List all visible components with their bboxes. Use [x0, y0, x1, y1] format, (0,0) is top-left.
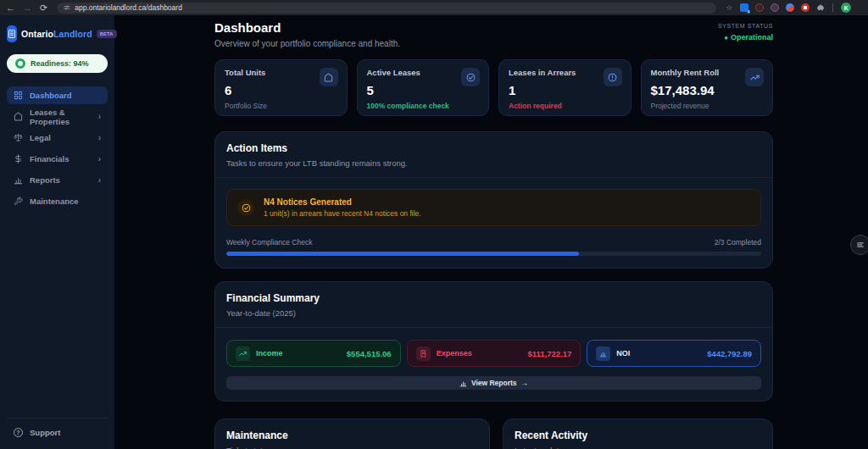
- extension-icon[interactable]: [755, 3, 764, 12]
- sidebar-item-label: Maintenance: [30, 197, 79, 206]
- income-metric: Income $554,515.06: [226, 340, 401, 367]
- receipt-icon: [416, 346, 431, 361]
- bookmark-icon[interactable]: ☆: [726, 3, 732, 12]
- metric-value: $111,722.17: [528, 349, 572, 358]
- stat-card-total-units: Total Units 6 Portfolio Size: [214, 59, 348, 116]
- bar-chart-icon: [596, 346, 610, 361]
- metric-value: $442,792.89: [707, 349, 752, 358]
- stat-sub: Projected revenue: [651, 102, 764, 110]
- readiness-ring-icon: [15, 58, 25, 69]
- chevron-right-icon: ›: [98, 154, 101, 164]
- financial-summary-card: Financial Summary Year-to-date (2025) In…: [214, 281, 773, 402]
- readiness-label: Readiness: 94%: [31, 59, 89, 68]
- grid-icon: [14, 91, 23, 100]
- progress-fill: [226, 252, 579, 256]
- alert-title: N4 Notices Generated: [264, 197, 421, 207]
- system-status: SYSTEM STATUS ●Operational: [718, 20, 773, 42]
- browser-toolbar: ← → ⟳ app.ontariolandlord.ca/dashboard ☆…: [0, 0, 868, 15]
- readiness-badge[interactable]: Readiness: 94%: [7, 54, 108, 73]
- chevron-right-icon: ›: [98, 112, 101, 121]
- expenses-metric: Expenses $111,722.17: [407, 340, 581, 367]
- system-status-label: SYSTEM STATUS: [718, 23, 773, 29]
- dollar-icon: [14, 154, 23, 164]
- feedback-widget-button[interactable]: [850, 235, 868, 255]
- recent-activity-card: Recent Activity Latest updates N13 Notic…: [503, 419, 773, 449]
- stat-sub: Portfolio Size: [225, 102, 337, 110]
- extensions-row: 3: [740, 3, 825, 12]
- home-icon: [320, 68, 338, 86]
- extension-icon[interactable]: [801, 3, 810, 12]
- status-dot-icon: ●: [724, 34, 728, 42]
- maintenance-title: Maintenance: [226, 430, 478, 441]
- stat-sub: 100% compliance check: [367, 102, 480, 110]
- recent-activity-title: Recent Activity: [515, 430, 761, 441]
- back-icon[interactable]: ←: [6, 0, 15, 15]
- maintenance-card: Maintenance Ticket status 0 1 1: [214, 419, 490, 449]
- trending-up-icon: [236, 346, 250, 361]
- recent-activity-subtitle: Latest updates: [515, 446, 761, 449]
- forward-icon[interactable]: →: [23, 0, 32, 15]
- extensions-puzzle-icon[interactable]: [816, 3, 825, 12]
- progress-status: 2/3 Completed: [715, 238, 761, 247]
- extension-icon[interactable]: [786, 3, 794, 12]
- screen: ← → ⟳ app.ontariolandlord.ca/dashboard ☆…: [0, 0, 868, 449]
- noi-metric: NOI $442,792.89: [587, 340, 761, 367]
- sidebar-item-legal[interactable]: Legal ›: [7, 129, 108, 147]
- metric-label: NOI: [616, 349, 630, 358]
- progress-bar: [226, 252, 761, 256]
- sidebar-item-reports[interactable]: Reports ›: [7, 171, 108, 189]
- sidebar-item-label: Financials: [30, 154, 69, 164]
- wrench-icon: [14, 197, 23, 206]
- reload-icon[interactable]: ⟳: [40, 0, 47, 15]
- help-circle-icon: ?: [14, 428, 23, 437]
- url-text: app.ontariolandlord.ca/dashboard: [75, 3, 182, 12]
- extension-icon[interactable]: [771, 3, 779, 12]
- sidebar-item-financials[interactable]: Financials ›: [7, 150, 108, 168]
- action-items-card: Action Items Tasks to ensure your LTB st…: [214, 131, 773, 269]
- view-reports-button[interactable]: View Reports →: [226, 376, 761, 390]
- stat-sub: Action required: [509, 102, 621, 110]
- address-bar[interactable]: app.ontariolandlord.ca/dashboard: [57, 3, 716, 14]
- sidebar-item-label: Dashboard: [30, 91, 72, 100]
- financial-summary-subtitle: Year-to-date (2025): [226, 308, 761, 318]
- alert-description: 1 unit(s) in arrears have recent N4 noti…: [264, 209, 421, 218]
- check-circle-icon: [461, 68, 480, 86]
- profile-avatar[interactable]: K: [841, 3, 851, 13]
- sidebar-item-label: Reports: [30, 175, 60, 185]
- sidebar-item-label: Legal: [30, 133, 51, 142]
- alert-circle-icon: [604, 68, 622, 86]
- sidebar-item-leases-properties[interactable]: Leases & Properties ›: [7, 108, 108, 125]
- sidebar-item-support[interactable]: ? Support: [7, 418, 108, 439]
- sidebar-item-dashboard[interactable]: Dashboard: [7, 86, 108, 104]
- extension-icon[interactable]: 3: [740, 3, 748, 12]
- action-items-title: Action Items: [226, 142, 761, 154]
- stats-row: Total Units 6 Portfolio Size Active Leas…: [214, 59, 773, 116]
- support-label: Support: [30, 428, 60, 437]
- metric-value: $554,515.06: [347, 349, 392, 358]
- trending-up-icon: [745, 68, 764, 86]
- site-settings-icon[interactable]: [64, 4, 70, 11]
- stat-card-monthly-rent-roll: Monthly Rent Roll $17,483.94 Projected r…: [641, 59, 774, 116]
- arrow-right-icon: →: [521, 379, 529, 387]
- chevron-right-icon: ›: [98, 133, 101, 142]
- system-status-value: ●Operational: [718, 33, 773, 42]
- bar-chart-icon: [459, 380, 467, 387]
- progress-label: Weekly Compliance Check: [226, 238, 312, 247]
- sidebar-nav: Dashboard Leases & Properties › Legal ›: [7, 86, 108, 210]
- building-logo-icon: [7, 25, 17, 42]
- home-icon: [14, 112, 23, 121]
- app-name: OntarioLandlord: [21, 29, 92, 39]
- stat-card-active-leases: Active Leases 5 100% compliance check: [357, 59, 490, 116]
- page-header: Dashboard Overview of your portfolio com…: [214, 20, 773, 48]
- metric-label: Income: [256, 349, 283, 358]
- sidebar-item-label: Leases & Properties: [30, 108, 92, 126]
- n4-notices-alert[interactable]: N4 Notices Generated 1 unit(s) in arrear…: [226, 189, 761, 226]
- sidebar: OntarioLandlord BETA Readiness: 94% Dash…: [0, 15, 114, 449]
- scales-icon: [14, 133, 23, 142]
- maintenance-subtitle: Ticket status: [226, 446, 478, 449]
- action-items-subtitle: Tasks to ensure your LTB standing remain…: [226, 158, 761, 168]
- check-circle-icon: [237, 199, 254, 216]
- metric-label: Expenses: [437, 349, 472, 358]
- toolbar-divider: [832, 3, 833, 12]
- sidebar-item-maintenance[interactable]: Maintenance: [7, 192, 108, 210]
